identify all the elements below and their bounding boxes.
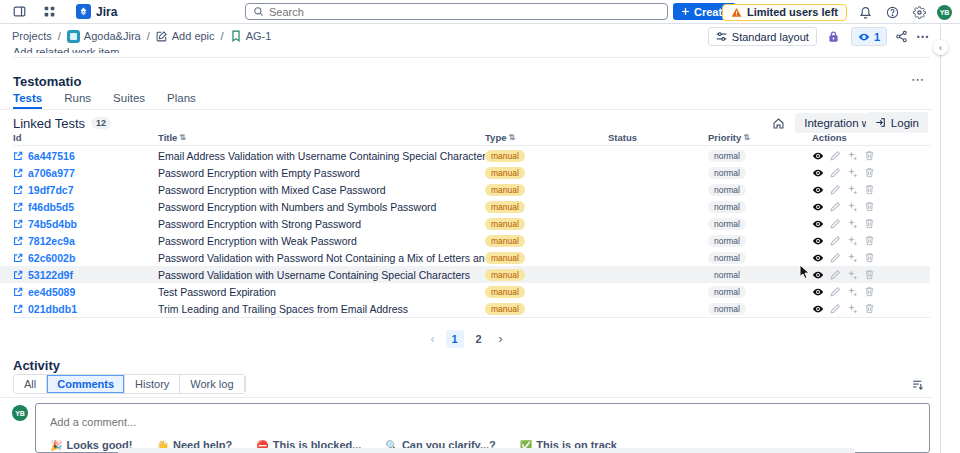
- sort-comments-icon[interactable]: [911, 378, 925, 391]
- table-row[interactable]: 6a447516 Email Address Validation with U…: [0, 147, 930, 164]
- activity-tab[interactable]: Work log: [180, 375, 244, 393]
- table-row[interactable]: 53122d9f Password Validation with Userna…: [0, 266, 930, 283]
- edit-test-icon[interactable]: [830, 218, 841, 229]
- edit-test-icon[interactable]: [830, 252, 841, 263]
- table-row[interactable]: 74b5d4bb Password Encryption with Strong…: [0, 215, 930, 232]
- delete-test-icon[interactable]: [864, 201, 875, 212]
- ai-sparkles-icon[interactable]: [847, 286, 858, 297]
- activity-tab[interactable]: Comments: [47, 375, 125, 393]
- test-id-link[interactable]: a706a977: [13, 167, 158, 179]
- view-test-icon[interactable]: [812, 184, 824, 196]
- test-id-link[interactable]: 7812ec9a: [13, 235, 158, 247]
- home-icon[interactable]: [772, 117, 785, 130]
- table-row[interactable]: 62c6002b Password Validation with Passwo…: [0, 249, 930, 266]
- panel-tab[interactable]: Runs: [64, 92, 91, 109]
- test-id-link[interactable]: 19df7dc7: [13, 184, 158, 196]
- delete-test-icon[interactable]: [864, 252, 875, 263]
- test-id-link[interactable]: 74b5d4bb: [13, 218, 158, 230]
- view-test-icon[interactable]: [812, 303, 824, 315]
- page-number[interactable]: 1: [446, 330, 464, 348]
- share-icon[interactable]: [895, 30, 908, 43]
- notifications-icon[interactable]: [856, 3, 874, 21]
- page-number[interactable]: 2: [470, 330, 488, 348]
- ai-sparkles-icon[interactable]: [847, 252, 858, 263]
- view-test-icon[interactable]: [812, 167, 824, 179]
- login-button[interactable]: Login: [866, 112, 928, 133]
- delete-test-icon[interactable]: [864, 218, 875, 229]
- sidebar-toggle-icon[interactable]: [10, 3, 28, 21]
- collapse-panel-chevron[interactable]: ‹: [933, 40, 948, 55]
- test-id-link[interactable]: 021dbdb1: [13, 303, 158, 315]
- view-test-icon[interactable]: [812, 252, 824, 264]
- app-switcher-icon[interactable]: [40, 3, 58, 21]
- view-test-icon[interactable]: [812, 286, 824, 298]
- edit-test-icon[interactable]: [830, 286, 841, 297]
- ai-sparkles-icon[interactable]: [847, 150, 858, 161]
- search-input[interactable]: [269, 6, 660, 18]
- view-test-icon[interactable]: [812, 201, 824, 213]
- ai-sparkles-icon[interactable]: [847, 201, 858, 212]
- view-test-icon[interactable]: [812, 150, 824, 162]
- edit-test-icon[interactable]: [830, 184, 841, 195]
- comment-editor[interactable]: 🎉 Looks good! 👋 Need help? ⛔ This is blo…: [35, 403, 930, 453]
- test-id-link[interactable]: 6a447516: [13, 150, 158, 162]
- delete-test-icon[interactable]: [864, 167, 875, 178]
- panel-tab[interactable]: Plans: [167, 92, 196, 109]
- edit-test-icon[interactable]: [830, 235, 841, 246]
- view-test-icon[interactable]: [812, 235, 824, 247]
- view-test-icon[interactable]: [812, 218, 824, 230]
- panel-more-icon[interactable]: ⋯: [911, 72, 925, 87]
- edit-test-icon[interactable]: [830, 201, 841, 212]
- table-row[interactable]: a706a977 Password Encryption with Empty …: [0, 164, 930, 181]
- ai-sparkles-icon[interactable]: [847, 303, 858, 314]
- watchers-button[interactable]: 1: [851, 27, 887, 46]
- edit-test-icon[interactable]: [830, 167, 841, 178]
- table-row[interactable]: 7812ec9a Password Encryption with Weak P…: [0, 232, 930, 249]
- delete-test-icon[interactable]: [864, 303, 875, 314]
- activity-tab[interactable]: History: [125, 375, 180, 393]
- test-id-link[interactable]: ee4d5089: [13, 286, 158, 298]
- delete-test-icon[interactable]: [864, 286, 875, 297]
- jira-brand[interactable]: Jira: [76, 4, 117, 19]
- table-column-header[interactable]: Status: [608, 132, 708, 143]
- comment-input[interactable]: [50, 416, 915, 428]
- edit-test-icon[interactable]: [830, 303, 841, 314]
- breadcrumb-project[interactable]: Agoda&Jira: [67, 30, 141, 43]
- ai-sparkles-icon[interactable]: [847, 218, 858, 229]
- view-test-icon[interactable]: [812, 269, 824, 281]
- edit-test-icon[interactable]: [830, 269, 841, 280]
- prev-page-icon[interactable]: ‹: [426, 330, 440, 348]
- activity-tab[interactable]: All: [14, 375, 47, 393]
- delete-test-icon[interactable]: [864, 184, 875, 195]
- lock-icon[interactable]: [825, 28, 843, 46]
- table-row[interactable]: 19df7dc7 Password Encryption with Mixed …: [0, 181, 930, 198]
- next-page-icon[interactable]: ›: [494, 330, 508, 348]
- breadcrumb-add-epic[interactable]: Add epic: [156, 30, 215, 42]
- table-column-header[interactable]: Id: [13, 132, 158, 143]
- table-column-header[interactable]: Title⇅: [158, 132, 485, 143]
- ai-sparkles-icon[interactable]: [847, 184, 858, 195]
- global-search[interactable]: [245, 3, 668, 20]
- test-id-link[interactable]: 62c6002b: [13, 252, 158, 264]
- delete-test-icon[interactable]: [864, 269, 875, 280]
- edit-test-icon[interactable]: [830, 150, 841, 161]
- limited-users-banner[interactable]: Limited users left: [722, 4, 847, 21]
- table-row[interactable]: f46db5d5 Password Encryption with Number…: [0, 198, 930, 215]
- breadcrumb-projects[interactable]: Projects: [12, 30, 52, 42]
- delete-test-icon[interactable]: [864, 150, 875, 161]
- ai-sparkles-icon[interactable]: [847, 269, 858, 280]
- test-id-link[interactable]: f46db5d5: [13, 201, 158, 213]
- table-row[interactable]: 021dbdb1 Trim Leading and Trailing Space…: [0, 300, 930, 317]
- table-column-header[interactable]: Type⇅: [485, 132, 608, 143]
- table-row[interactable]: ee4d5089 Test Password Expiration manual…: [0, 283, 930, 300]
- panel-tab[interactable]: Suites: [113, 92, 145, 109]
- ai-sparkles-icon[interactable]: [847, 167, 858, 178]
- table-column-header[interactable]: Priority⇅: [708, 132, 812, 143]
- more-actions-icon[interactable]: ⋯: [916, 29, 930, 44]
- delete-test-icon[interactable]: [864, 235, 875, 246]
- user-avatar[interactable]: YB: [937, 5, 952, 20]
- help-icon[interactable]: [883, 3, 901, 21]
- panel-tab[interactable]: Tests: [13, 92, 42, 109]
- standard-layout-button[interactable]: Standard layout: [708, 27, 817, 46]
- breadcrumb-issue[interactable]: AG-1: [230, 30, 272, 42]
